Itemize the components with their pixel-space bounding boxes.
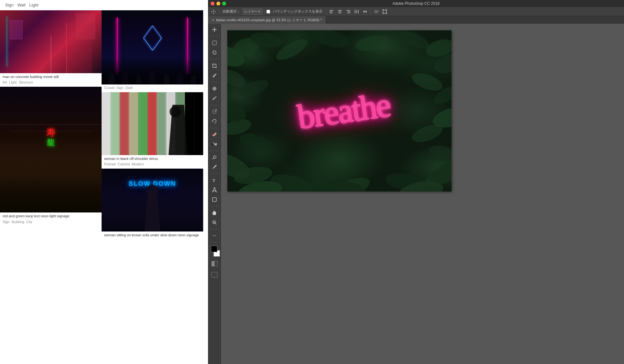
close-button[interactable] — [211, 2, 214, 5]
zoom-tool-btn[interactable] — [210, 218, 219, 227]
toolbar-divider — [219, 9, 219, 14]
quick-mask-btn[interactable] — [210, 259, 219, 268]
path-select-tool-btn[interactable] — [210, 185, 219, 194]
image-caption: red and green kanji text neon light sign… — [0, 212, 102, 219]
move-tool-btn[interactable] — [210, 25, 219, 34]
image-caption: woman in black off-shoulder dress — [102, 155, 203, 162]
bounding-box-label: バウンディングボックスを表示 — [272, 9, 324, 14]
align-right-icon[interactable] — [345, 8, 352, 15]
eyedropper-tool-btn[interactable] — [210, 71, 219, 80]
image-grid: man on concrete building movie still Art… — [0, 10, 208, 364]
marquee-tool-btn[interactable] — [210, 38, 219, 47]
crop-tool-btn[interactable] — [210, 61, 219, 70]
tool-separator — [210, 173, 219, 174]
tag-colorful[interactable]: Colorful — [117, 162, 130, 166]
fg-color-swatch[interactable] — [211, 246, 217, 252]
svg-rect-14 — [364, 10, 364, 13]
svg-point-29 — [213, 168, 214, 168]
tag-modern[interactable]: Modern — [132, 162, 144, 166]
svg-point-17 — [383, 9, 384, 10]
tag-light[interactable]: Light — [29, 3, 38, 7]
tag-structure[interactable]: Structure — [19, 80, 33, 84]
ps-toolbar-top: 自動選択： レイヤー ▼ バウンディングボックスを表示 3D — [208, 7, 624, 16]
auto-select-label: 自動選択： — [221, 9, 242, 14]
tool-separator — [210, 206, 219, 206]
tool-separator — [210, 128, 219, 128]
dodge-tool-btn[interactable] — [210, 153, 219, 162]
image-tags: Crowd Sign Dark — [102, 84, 203, 92]
pen-tool-btn[interactable] — [210, 162, 219, 172]
svg-rect-5 — [339, 11, 341, 12]
image-tags: Portrait Colorful Modern — [102, 162, 203, 169]
tag-art[interactable]: Art — [3, 80, 7, 84]
lasso-tool-btn[interactable] — [210, 48, 219, 57]
healing-tool-btn[interactable] — [210, 84, 219, 93]
list-item[interactable]: Crowd Sign Dark — [102, 10, 203, 92]
maximize-button[interactable] — [222, 2, 226, 5]
layer-dropdown-value: レイヤー — [244, 9, 258, 14]
stamp-tool-btn[interactable] — [210, 107, 219, 116]
shape-tool-btn[interactable] — [210, 195, 219, 204]
tag-light[interactable]: Light — [9, 80, 17, 84]
tab-close-icon[interactable]: ✕ — [212, 18, 214, 22]
ps-left-tools: T ··· — [208, 24, 221, 364]
type-tool-btn[interactable]: T — [210, 176, 219, 185]
tag-wall[interactable]: Wall — [17, 3, 25, 7]
bounding-box-checkbox[interactable] — [266, 10, 270, 14]
history-tool-btn[interactable] — [210, 117, 219, 126]
svg-rect-4 — [338, 10, 342, 11]
svg-rect-6 — [338, 13, 342, 13]
svg-rect-12 — [358, 10, 359, 14]
align-left-icon[interactable] — [328, 8, 335, 15]
window-controls — [211, 2, 226, 5]
tag-sign[interactable]: Sign — [5, 3, 14, 7]
image-caption: woman sitting on brown sofa under slow d… — [102, 231, 203, 238]
tool-separator — [210, 36, 219, 36]
toolbar-divider — [264, 9, 264, 14]
file-tab[interactable]: ✕ fabian-moller-401625-unsplash.jpg @ 33… — [208, 16, 326, 24]
3d-icon[interactable]: 3D — [373, 8, 380, 15]
svg-point-18 — [386, 9, 387, 10]
image-tags: Sign Building City — [0, 219, 102, 226]
tag-bar: Sign Wall Light — [0, 0, 208, 10]
svg-line-34 — [215, 223, 216, 225]
list-item[interactable]: SLOW DOWN woman sitting on brown sofa un… — [102, 169, 203, 238]
hand-tool-btn[interactable] — [210, 208, 219, 217]
brush-tool-btn[interactable] — [210, 94, 219, 103]
tag-sign[interactable]: Sign — [3, 220, 10, 224]
tag-portrait[interactable]: Portrait — [104, 162, 115, 166]
transform-icon[interactable] — [381, 8, 388, 15]
svg-text:T: T — [213, 178, 215, 183]
svg-rect-11 — [356, 10, 357, 13]
svg-rect-32 — [213, 198, 216, 202]
distribute2-icon[interactable] — [362, 8, 369, 15]
minimize-button[interactable] — [216, 2, 220, 5]
image-tags: Art Light Structure — [0, 80, 102, 87]
list-item[interactable]: woman in black off-shoulder dress Portra… — [102, 92, 203, 169]
screen-mode-btn[interactable] — [210, 270, 219, 279]
tag-city[interactable]: City — [26, 220, 32, 224]
tag-dark[interactable]: Dark — [125, 86, 133, 90]
svg-rect-39 — [212, 272, 217, 277]
align-center-icon[interactable] — [336, 8, 343, 15]
eraser-tool-btn[interactable] — [210, 130, 219, 139]
canvas-background: breathe — [227, 30, 451, 192]
tool-separator — [210, 105, 219, 105]
tag-sign[interactable]: Sign — [116, 86, 124, 90]
gradient-tool-btn[interactable] — [210, 140, 219, 149]
svg-point-19 — [383, 13, 384, 14]
svg-line-28 — [213, 158, 214, 159]
tag-crowd[interactable]: Crowd — [104, 86, 114, 90]
svg-rect-38 — [214, 261, 217, 266]
layer-dropdown[interactable]: レイヤー ▼ — [243, 9, 262, 15]
list-item[interactable]: 寿 龍 red and green kanji text neon light … — [0, 87, 102, 364]
tab-filename: fabian-moller-401625-unsplash.jpg @ 33.3… — [216, 18, 322, 23]
list-item[interactable]: man on concrete building movie still Art… — [0, 10, 102, 87]
svg-rect-37 — [212, 261, 214, 266]
tool-separator — [210, 229, 219, 229]
more-tools-btn[interactable]: ··· — [210, 231, 219, 240]
svg-rect-2 — [330, 11, 332, 12]
grid-col-left: man on concrete building movie still Art… — [0, 10, 102, 364]
distribute-icon[interactable] — [353, 8, 360, 15]
tag-building[interactable]: Building — [12, 220, 24, 224]
